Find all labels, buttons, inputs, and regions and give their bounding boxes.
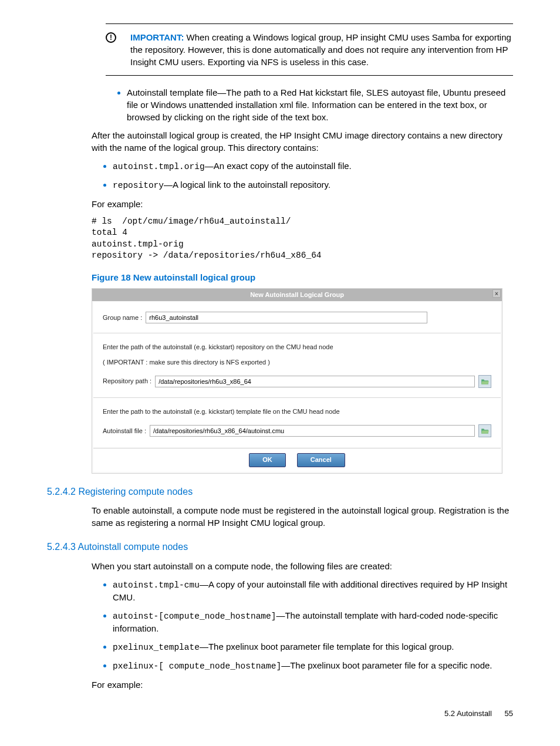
file-hint: Enter the path to the autoinstall (e.g. … xyxy=(103,407,491,416)
directory-contents-list: autoinst.tmpl.orig—An exact copy of the … xyxy=(92,160,513,192)
for-example-label-2: For example: xyxy=(92,679,513,691)
section-5242-paragraph: To enable autoinstall, a compute node mu… xyxy=(92,504,513,529)
dialog-title-bar: New Autoinstall Logical Group × xyxy=(92,289,502,301)
autoinstall-file-label: Autoinstall file : xyxy=(103,427,146,436)
code-text: autoinst.tmpl-cmu xyxy=(113,580,200,590)
group-name-label: Group name : xyxy=(103,313,142,322)
bullet-autoinstall-template: Autoinstall template file—The path to a … xyxy=(127,86,513,123)
browse-repo-button[interactable] xyxy=(478,375,491,388)
after-group-paragraph: After the autoinstall logical group is c… xyxy=(92,129,513,154)
autoinstall-file-input[interactable] xyxy=(150,425,475,437)
code-text: repository xyxy=(113,181,164,190)
figure-caption: Figure 18 New autoinstall logical group xyxy=(92,271,513,283)
repo-path-label: Repository path : xyxy=(103,377,151,386)
code-text: pxelinux_template xyxy=(113,643,200,652)
list-item: repository—A logical link to the autoins… xyxy=(113,178,513,191)
important-label: IMPORTANT: xyxy=(130,32,184,42)
dialog-new-autoinstall-group: New Autoinstall Logical Group × Group na… xyxy=(92,288,502,474)
footer-section: 5.2 Autoinstall xyxy=(444,709,492,718)
browse-file-button[interactable] xyxy=(478,424,491,437)
list-item: pxelinux-[ compute_node_hostname]—The px… xyxy=(113,659,513,672)
important-icon: ! xyxy=(106,32,116,43)
close-icon[interactable]: × xyxy=(492,289,501,298)
list-item: autoinst-[compute_node_hostname]—The aut… xyxy=(113,609,513,634)
repo-hint-important: ( IMPORTANT : make sure this directory i… xyxy=(103,358,491,367)
list-text: —A logical link to the autoinstall repos… xyxy=(164,180,330,190)
template-file-bullet-list: Autoinstall template file—The path to a … xyxy=(106,86,513,123)
created-files-list: autoinst.tmpl-cmu—A copy of your autoins… xyxy=(92,578,513,673)
section-5243-paragraph: When you start autoinstall on a compute … xyxy=(92,560,513,572)
ok-button[interactable]: OK xyxy=(249,453,286,467)
code-text: autoinst-[compute_node_hostname] xyxy=(113,612,276,621)
group-name-input[interactable] xyxy=(146,312,427,323)
list-text: —The pxelinux boot parameter file for a … xyxy=(281,660,492,670)
code-block-ls: # ls /opt/cmu/image/rh6u4_autoinstall/ t… xyxy=(92,216,513,262)
list-text: —The pxelinux boot parameter file templa… xyxy=(200,642,454,652)
repo-path-input[interactable] xyxy=(155,376,475,387)
dialog-title-text: New Autoinstall Logical Group xyxy=(250,291,344,298)
cancel-button[interactable]: Cancel xyxy=(297,453,345,467)
for-example-label: For example: xyxy=(92,198,513,210)
page-footer: 5.2 Autoinstall 55 xyxy=(47,708,513,719)
folder-open-icon xyxy=(481,427,489,434)
repo-hint: Enter the path of the autoinstall (e.g. … xyxy=(103,343,491,352)
section-heading-5243: 5.2.4.3 Autoinstall compute nodes xyxy=(47,541,513,553)
code-text: pxelinux-[ compute_node_hostname] xyxy=(113,661,281,671)
folder-open-icon xyxy=(481,378,489,385)
list-item: pxelinux_template—The pxelinux boot para… xyxy=(113,640,513,653)
code-text: autoinst.tmpl.orig xyxy=(113,162,205,171)
important-note: ! IMPORTANT: When creating a Windows log… xyxy=(106,23,513,76)
section-heading-5242: 5.2.4.2 Registering compute nodes xyxy=(47,485,513,498)
list-item: autoinst.tmpl-cmu—A copy of your autoins… xyxy=(113,578,513,603)
important-body: When creating a Windows logical group, H… xyxy=(130,32,511,67)
important-text: IMPORTANT: When creating a Windows logic… xyxy=(130,31,513,68)
list-text: —An exact copy of the autoinstall file. xyxy=(205,161,352,171)
page-number: 55 xyxy=(505,709,513,718)
list-item: autoinst.tmpl.orig—An exact copy of the … xyxy=(113,160,513,173)
